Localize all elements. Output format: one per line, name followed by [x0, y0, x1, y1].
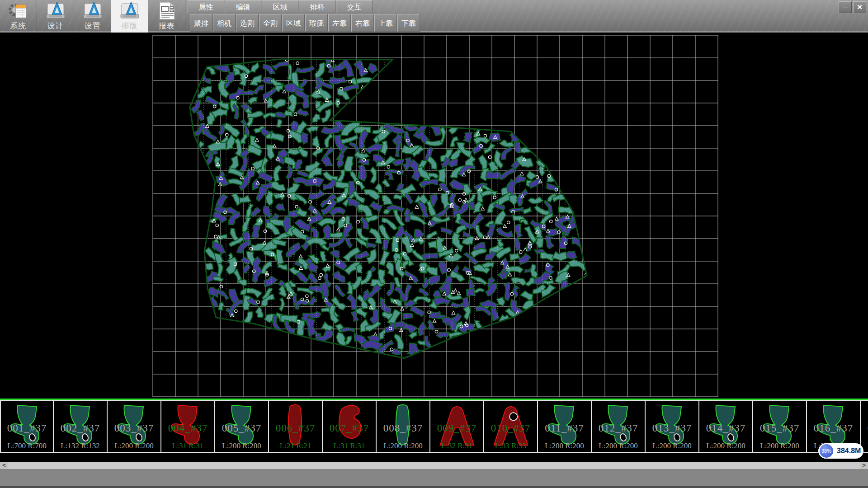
menu-item-1[interactable]: 编辑 — [225, 0, 261, 13]
strip-cell-010_#37[interactable]: 010_#37L:33 R:33 — [484, 400, 538, 453]
nesting-canvas[interactable] — [0, 33, 868, 399]
strip-cell-002_#37[interactable]: 002_#37L:132 R:132 — [54, 400, 108, 453]
set-square-icon — [45, 1, 66, 20]
nesting-canvas-svg[interactable] — [0, 33, 868, 399]
iconbar-button-label: 设计 — [47, 21, 64, 31]
piece-lr-label: L:31 R:31 — [161, 441, 214, 450]
piece-id-label: 006_#37 — [269, 422, 322, 434]
piece-lr-label: L:33 R:33 — [484, 441, 537, 450]
tool-button-bar: 聚排相机选割全割区域瑕疵左靠右靠上靠下靠 — [190, 14, 420, 32]
strip-cell-009_#37[interactable]: 009_#37L:32 R:31 — [430, 400, 484, 453]
menu-item-0[interactable]: 属性 — [188, 0, 224, 13]
piece-id-label: 001_#37 — [1, 422, 53, 434]
piece-lr-label: L:132 R:132 — [54, 441, 107, 450]
strip-cell-013_#37[interactable]: 013_#37L:200 R:200 — [646, 400, 699, 453]
scroll-right-icon[interactable]: > — [860, 462, 868, 469]
menu-bar: 属性编辑区域排料交互 — [188, 0, 373, 13]
progress-pill: 38% 384.8M — [818, 443, 863, 459]
filmstrip-cells: 001_#37L:700 R:700002_#37L:132 R:132003_… — [0, 400, 868, 453]
nested-pieces-layer[interactable] — [185, 53, 592, 362]
piece-lr-label: L:200 R:200 — [699, 441, 752, 450]
piece-id-label: 012_#37 — [592, 422, 645, 434]
iconbar-button-settings[interactable]: 设置 — [74, 0, 111, 33]
piece-id-label: 013_#37 — [646, 422, 698, 434]
piece-id-label: 007_#37 — [323, 422, 376, 434]
menu-item-3[interactable]: 排料 — [299, 0, 335, 13]
piece-id-label: 010_#37 — [484, 422, 537, 434]
piece-filmstrip: 001_#37L:700 R:700002_#37L:132 R:132003_… — [0, 399, 868, 462]
piece-id-label: 015_#37 — [753, 422, 806, 434]
toolbar-area: 系统 设计 设置 排版 报表 属性编辑区域排料交互 聚排相机选割全割区域瑕疵左靠… — [0, 0, 868, 33]
piece-id-label: 009_#37 — [430, 422, 483, 434]
piece-lr-label: L:200 R:200 — [753, 441, 806, 450]
piece-lr-label: L:200 R:200 — [377, 441, 429, 450]
tool-button-9[interactable]: 下靠 — [397, 14, 420, 32]
piece-lr-label: L:700 R:700 — [1, 441, 53, 450]
iconbar-button-report[interactable]: 报表 — [148, 0, 185, 33]
piece-id-label: 008_#37 — [377, 422, 429, 434]
tool-button-4[interactable]: 区域 — [282, 14, 305, 32]
menu-item-2[interactable]: 区域 — [262, 0, 298, 13]
strip-cell-001_#37[interactable]: 001_#37L:700 R:700 — [0, 400, 54, 453]
iconbar-button-layout[interactable]: 排版 — [111, 0, 148, 33]
iconbar-button-design[interactable]: 设计 — [37, 0, 74, 33]
piece-lr-label: L:200 R:200 — [108, 441, 160, 450]
window-controls: ─ ✕ — [839, 1, 866, 13]
tool-button-7[interactable]: 右靠 — [351, 14, 374, 32]
strip-cell-003_#37[interactable]: 003_#37L:200 R:200 — [108, 400, 161, 453]
report-icon — [156, 1, 177, 20]
piece-lr-label: L:200 R:200 — [592, 441, 645, 450]
piece-lr-label: L:31 R:31 — [323, 441, 376, 450]
piece-id-label: 002_#37 — [54, 422, 107, 434]
scroll-left-icon[interactable]: < — [0, 462, 8, 469]
strip-cell-015_#37[interactable]: 015_#37L:200 R:200 — [753, 400, 807, 453]
strip-cell-008_#37[interactable]: 008_#37L:200 R:200 — [377, 400, 430, 453]
piece-id-label: 011_#37 — [538, 422, 591, 434]
piece-id-label: 017_#37 — [861, 422, 868, 434]
window-bottom-edge — [0, 486, 868, 488]
piece-lr-label: L:21 R:21 — [269, 441, 322, 450]
piece-id-label: 005_#37 — [215, 422, 268, 434]
tool-button-0[interactable]: 聚排 — [190, 14, 212, 32]
tool-button-3[interactable]: 全割 — [259, 14, 282, 32]
main-icon-bar: 系统 设计 设置 排版 报表 — [0, 0, 185, 33]
horizontal-scrollbar[interactable]: < > — [0, 462, 868, 469]
strip-cell-005_#37[interactable]: 005_#37L:200 R:200 — [215, 400, 269, 453]
piece-id-label: 004_#37 — [161, 422, 214, 434]
piece-id-label: 016_#37 — [807, 422, 860, 434]
strip-cell-006_#37[interactable]: 006_#37L:21 R:21 — [269, 400, 323, 453]
piece-id-label: 003_#37 — [108, 422, 160, 434]
tool-button-2[interactable]: 选割 — [236, 14, 259, 32]
piece-lr-label: L:200 R:200 — [538, 441, 591, 450]
strip-cell-017_#37[interactable]: 017_#37L:200 R:200 — [861, 400, 868, 453]
menu-item-4[interactable]: 交互 — [336, 0, 373, 13]
strip-cell-014_#37[interactable]: 014_#37L:200 R:200 — [699, 400, 753, 453]
piece-lr-label: L:200 R:200 — [646, 441, 698, 450]
iconbar-button-label: 系统 — [10, 21, 27, 31]
tool-button-1[interactable]: 相机 — [213, 14, 236, 32]
set-square-icon — [82, 1, 103, 20]
strip-cell-011_#37[interactable]: 011_#37L:200 R:200 — [538, 400, 592, 453]
strip-cell-012_#37[interactable]: 012_#37L:200 R:200 — [592, 400, 646, 453]
strip-cell-007_#37[interactable]: 007_#37L:31 R:31 — [323, 400, 377, 453]
progress-circle: 38% — [819, 443, 834, 459]
tool-button-8[interactable]: 上靠 — [374, 14, 397, 32]
application-window: 系统 设计 设置 排版 报表 属性编辑区域排料交互 聚排相机选割全割区域瑕疵左靠… — [0, 0, 868, 488]
set-square-icon — [119, 1, 140, 20]
tool-button-5[interactable]: 瑕疵 — [305, 14, 328, 32]
memory-usage-label: 384.8M — [837, 447, 861, 455]
iconbar-button-system[interactable]: 系统 — [0, 0, 37, 33]
iconbar-button-label: 设置 — [85, 21, 101, 31]
close-button[interactable]: ✕ — [853, 1, 866, 13]
iconbar-button-label: 排版 — [122, 21, 138, 31]
status-bar — [0, 469, 868, 486]
piece-lr-label: L:200 R:200 — [215, 441, 268, 450]
minimize-button[interactable]: ─ — [839, 1, 852, 13]
iconbar-button-label: 报表 — [159, 21, 175, 31]
tool-button-6[interactable]: 左靠 — [328, 14, 351, 32]
strip-cell-004_#37[interactable]: 004_#37L:31 R:31 — [161, 400, 215, 453]
piece-id-label: 014_#37 — [699, 422, 752, 434]
piece-lr-label: L:32 R:31 — [430, 441, 483, 450]
system-icon — [8, 1, 29, 20]
